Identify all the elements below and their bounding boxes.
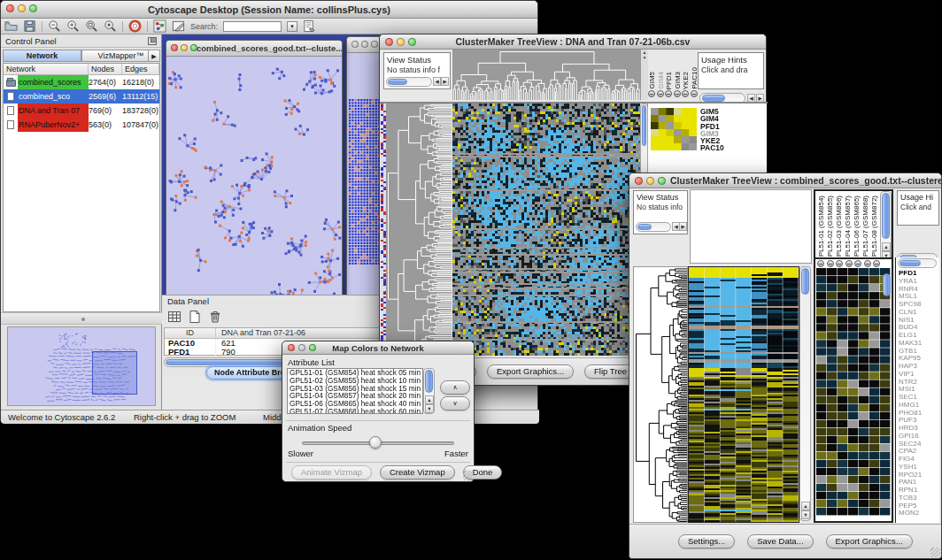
network-canvas[interactable] <box>166 57 342 326</box>
column-label[interactable]: GPL51-02 (GSM855) <box>826 196 835 263</box>
column-label[interactable]: GIM3 <box>674 72 683 89</box>
zoom-out-icon[interactable] <box>48 19 61 33</box>
treeview1-button[interactable]: Export Graphics... <box>487 364 574 379</box>
save-icon[interactable] <box>23 19 36 33</box>
hscroll-thumb[interactable] <box>637 224 652 230</box>
vizmapper-icon[interactable] <box>153 19 166 33</box>
vscroll-thumb[interactable] <box>642 105 646 146</box>
vscroll-thumb[interactable] <box>425 370 433 393</box>
float-panel-icon[interactable] <box>148 37 157 45</box>
column-dendrogram-canvas[interactable] <box>452 50 640 100</box>
tab-overflow-icon[interactable]: ▶ <box>148 50 160 62</box>
new-page-icon[interactable] <box>188 310 202 324</box>
column-label[interactable]: PFD1 <box>665 72 674 89</box>
minimize-icon[interactable] <box>18 4 26 12</box>
speed-slider-thumb[interactable] <box>369 436 382 449</box>
zoom-heatmap-canvas[interactable] <box>816 268 891 516</box>
main-titlebar[interactable]: Cytoscape Desktop (Session Name: collins… <box>1 1 537 19</box>
close-icon[interactable] <box>171 44 178 51</box>
attribute-item[interactable]: GPL51-07 (GSM868) heat shock 60 min <box>288 408 422 414</box>
id-column-header[interactable]: ID <box>165 328 216 338</box>
row-dendrogram-canvas[interactable] <box>386 104 452 356</box>
panel-splitter[interactable] <box>1 312 162 325</box>
scroll-right-icon[interactable]: ▶ <box>441 77 449 86</box>
column-label[interactable]: GPL51-06 (GSM865) <box>853 196 861 263</box>
treeview2-button[interactable]: Save Data... <box>747 534 813 548</box>
minimize-icon[interactable] <box>646 177 654 185</box>
zoom-selected-icon[interactable] <box>104 19 117 33</box>
column-label[interactable]: GIM4 <box>657 72 666 89</box>
treeview2-button[interactable]: Export Graphics... <box>826 534 913 548</box>
network-view-titlebar[interactable]: combined_scores_good.txt--cluste... <box>166 41 342 57</box>
minimize-icon[interactable] <box>397 38 405 46</box>
close-icon[interactable] <box>288 344 295 351</box>
move-up-button[interactable]: ∧ <box>440 380 470 395</box>
overview-canvas[interactable] <box>8 327 155 405</box>
zoom-in-icon[interactable] <box>66 19 80 33</box>
hscroll-thumb[interactable] <box>388 79 407 85</box>
main-heatmap-canvas[interactable] <box>452 104 640 356</box>
close-icon[interactable] <box>351 41 359 48</box>
column-label[interactable]: GPL51-03 (GSM856) <box>835 196 844 263</box>
treeview1-titlebar[interactable]: ClusterMaker TreeView : DNA and Tran 07-… <box>380 35 766 50</box>
scroll-up-icon[interactable]: ▲ <box>801 502 810 510</box>
trash-icon[interactable] <box>208 310 222 324</box>
network-row[interactable]: combined_scores 2764(0) 16218(0) <box>4 75 159 89</box>
zoom-window-icon[interactable] <box>29 4 37 12</box>
column-label[interactable]: GPL51-08 (GSM872) <box>870 196 879 263</box>
search-dropdown-icon[interactable]: ▼ <box>287 21 297 32</box>
zoom-window-icon[interactable] <box>309 344 316 351</box>
scroll-left-icon[interactable]: ◀ <box>433 77 441 86</box>
minimize-icon[interactable] <box>181 44 188 51</box>
network-row[interactable]: DNA and Tran 07 769(0) 183728(0) <box>4 104 159 118</box>
zoom-vscroll-thumb[interactable] <box>883 273 891 296</box>
help-lifesaver-icon[interactable] <box>128 19 142 33</box>
dialog-button[interactable]: Create Vizmap <box>380 465 455 479</box>
close-icon[interactable] <box>6 4 14 12</box>
network-row[interactable]: RNAPuberNov2+ 563(0) 107847(0) <box>4 118 159 132</box>
column-label[interactable]: GPL51-04 (GSM857) <box>844 196 853 263</box>
control-panel-tab[interactable]: Network <box>3 50 81 62</box>
column-label[interactable]: GIM5 <box>648 72 657 89</box>
column-label[interactable]: YKE2 <box>682 72 691 89</box>
zoom-window-icon[interactable] <box>658 177 666 185</box>
vscroll-thumb[interactable] <box>801 268 809 295</box>
scroll-up-icon[interactable]: ▲ <box>882 242 891 251</box>
row-label[interactable]: PAC10 <box>700 144 762 151</box>
annotation-icon[interactable] <box>172 19 185 33</box>
column-label[interactable]: GPL51-01 (GSM854) <box>817 196 826 263</box>
zoom-window-icon[interactable] <box>408 38 416 46</box>
column-header[interactable]: Network <box>4 64 89 74</box>
zoom-matrix-canvas[interactable] <box>651 108 697 150</box>
gene-label[interactable]: MON2 <box>899 510 939 518</box>
table-icon[interactable] <box>167 310 181 324</box>
mini-vscrollbar[interactable]: ▲▼ <box>640 50 648 100</box>
treeview2-button[interactable]: Settings... <box>678 534 735 548</box>
zoom-fit-icon[interactable] <box>85 19 98 33</box>
close-icon[interactable] <box>635 177 643 185</box>
resize-grip[interactable] <box>930 548 940 557</box>
dialog-titlebar[interactable]: Map Colors to Network <box>282 341 474 355</box>
resize-grip[interactable] <box>463 471 473 480</box>
vscroll-thumb[interactable] <box>882 193 890 239</box>
scroll-down-icon[interactable]: ▼ <box>801 510 810 519</box>
network-overview-panel[interactable] <box>7 326 156 406</box>
close-icon[interactable] <box>385 38 393 46</box>
open-icon[interactable] <box>4 19 18 33</box>
zoom-window-icon[interactable] <box>190 44 197 51</box>
scroll-down-icon[interactable]: ▼ <box>425 404 434 413</box>
network-row[interactable]: combined_sco 2569(6) 13112(15) <box>4 89 159 104</box>
dialog-button[interactable]: Animate Vizmap <box>291 465 372 479</box>
minimize-icon[interactable] <box>361 41 368 48</box>
treeview2-titlebar[interactable]: ClusterMaker TreeView : combined_scores_… <box>629 173 941 188</box>
minimize-icon[interactable] <box>298 344 305 351</box>
column-header[interactable]: Nodes <box>89 64 122 74</box>
move-down-button[interactable]: ∨ <box>440 396 470 410</box>
scroll-up-icon[interactable]: ▲ <box>425 395 434 404</box>
network-view-window[interactable]: combined_scores_good.txt--cluste... <box>166 40 343 326</box>
main-heatmap-canvas[interactable] <box>688 266 799 523</box>
search-input[interactable] <box>223 21 282 32</box>
hscroll-thumb[interactable] <box>900 260 921 266</box>
scroll-right-icon[interactable]: ▶ <box>679 222 687 231</box>
column-label[interactable]: GPL51-07 (GSM868) <box>861 196 870 263</box>
